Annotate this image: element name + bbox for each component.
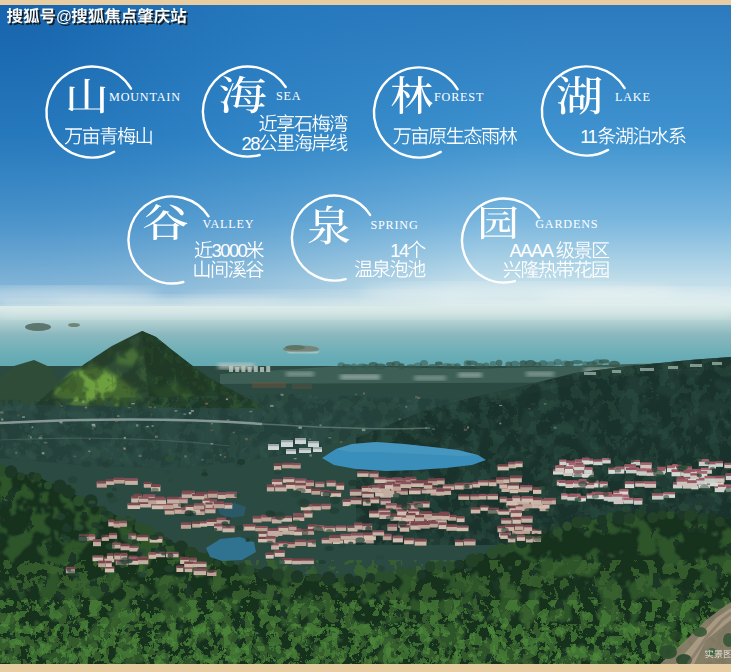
svg-text:28: 28	[242, 133, 261, 154]
svg-text:SPRING: SPRING	[370, 218, 418, 232]
svg-text:VALLEY: VALLEY	[202, 217, 254, 231]
svg-text:MOUNTAIN: MOUNTAIN	[109, 90, 181, 104]
svg-text:AAAA: AAAA	[510, 240, 555, 261]
svg-text:SEA: SEA	[276, 89, 301, 103]
svg-text:11: 11	[580, 126, 597, 147]
svg-text:@: @	[56, 8, 72, 25]
svg-text:3000: 3000	[212, 240, 248, 261]
svg-text:14: 14	[390, 240, 409, 261]
svg-text:GARDENS: GARDENS	[535, 217, 598, 231]
svg-text:LAKE: LAKE	[615, 90, 651, 104]
svg-text:FOREST: FOREST	[434, 90, 484, 104]
